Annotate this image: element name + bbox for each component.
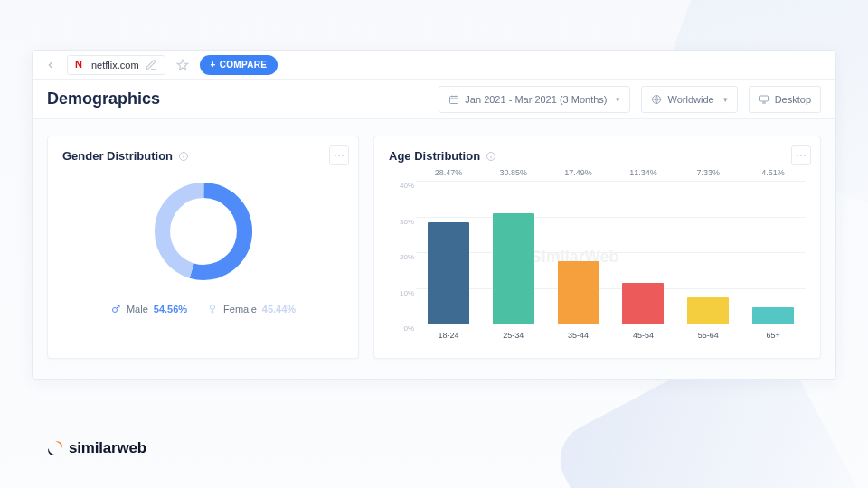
male-icon <box>110 304 121 314</box>
back-button[interactable] <box>42 56 60 74</box>
brand-logo: similarweb <box>47 439 146 457</box>
bar-col: 28.47% <box>416 181 481 324</box>
plus-icon: + <box>211 60 216 70</box>
edit-icon[interactable] <box>145 59 157 71</box>
cards-row: Gender Distribution ⋯ Male 54.56% <box>33 119 835 375</box>
bar-col: 11.34% <box>610 181 675 324</box>
bar-value-label: 17.49% <box>564 168 592 177</box>
legend-male: Male 54.56% <box>110 304 187 314</box>
gender-donut <box>149 177 258 286</box>
similarweb-logo-icon <box>47 440 63 456</box>
device-label: Desktop <box>775 94 811 105</box>
topbar: N netflix.com + COMPARE <box>33 51 835 80</box>
gender-chart: Male 54.56% Female 45.44% <box>62 172 344 314</box>
legend-female: Female 45.44% <box>207 304 296 314</box>
subbar: Demographics Jan 2021 - Mar 2021 (3 Mont… <box>33 80 835 119</box>
date-range-label: Jan 2021 - Mar 2021 (3 Months) <box>465 94 607 105</box>
age-card: Age Distribution ⋯ SimilarWeb 0%10%20%30… <box>373 136 821 359</box>
y-tick: 20% <box>389 253 414 261</box>
bar-value-label: 30.85% <box>499 168 527 177</box>
age-bars: 28.47%30.85%17.49%11.34%7.33%4.51% <box>416 181 806 324</box>
domain-chip[interactable]: N netflix.com <box>67 55 165 75</box>
grid-line <box>416 324 806 324</box>
male-label: Male <box>127 304 148 314</box>
brand-name: similarweb <box>69 439 146 457</box>
x-tick-label: 65+ <box>741 325 806 343</box>
bar <box>687 297 729 324</box>
age-x-axis: 18-2425-3435-4445-5455-6465+ <box>416 325 806 343</box>
male-value: 54.56% <box>154 304 187 314</box>
x-tick-label: 25-34 <box>481 325 546 343</box>
bar-value-label: 4.51% <box>761 168 785 177</box>
compare-button[interactable]: + COMPARE <box>200 55 278 75</box>
bar <box>752 307 794 324</box>
bar <box>558 261 599 324</box>
bar <box>428 222 469 324</box>
svg-rect-2 <box>760 96 768 101</box>
chevron-down-icon: ▾ <box>616 95 620 104</box>
globe-icon <box>651 94 662 105</box>
bar-col: 30.85% <box>481 181 546 324</box>
page-title: Demographics <box>47 89 428 108</box>
y-tick: 30% <box>389 217 414 225</box>
bar <box>622 283 664 324</box>
age-card-menu[interactable]: ⋯ <box>791 145 811 165</box>
x-tick-label: 55-64 <box>675 325 741 343</box>
monitor-icon <box>759 94 769 105</box>
bar-value-label: 28.47% <box>435 168 463 177</box>
favorite-button[interactable] <box>173 55 193 75</box>
age-y-axis: 0%10%20%30%40% <box>389 181 416 324</box>
y-tick: 40% <box>389 182 414 190</box>
y-tick: 10% <box>389 288 414 296</box>
date-range-filter[interactable]: Jan 2021 - Mar 2021 (3 Months) ▾ <box>439 86 630 113</box>
female-value: 45.44% <box>262 304 296 314</box>
gender-card: Gender Distribution ⋯ Male 54.56% <box>47 136 359 359</box>
bar-value-label: 7.33% <box>696 168 720 177</box>
y-tick: 0% <box>389 324 414 333</box>
svg-point-4 <box>112 308 117 313</box>
x-tick-label: 35-44 <box>546 325 611 343</box>
calendar-icon <box>448 94 459 105</box>
gender-legend: Male 54.56% Female 45.44% <box>110 300 296 314</box>
svg-rect-0 <box>450 96 458 103</box>
svg-point-5 <box>211 305 215 310</box>
info-icon[interactable] <box>178 151 189 162</box>
bar-col: 7.33% <box>675 181 741 324</box>
female-label: Female <box>223 304 257 314</box>
gender-card-title: Gender Distribution <box>62 149 173 163</box>
info-icon[interactable] <box>486 151 496 162</box>
age-chart: SimilarWeb 0%10%20%30%40% 28.47%30.85%17… <box>389 172 806 343</box>
region-label: Worldwide <box>667 94 713 105</box>
gender-card-menu[interactable]: ⋯ <box>329 145 349 165</box>
bar <box>493 213 534 324</box>
x-tick-label: 18-24 <box>416 325 481 343</box>
device-filter[interactable]: Desktop <box>749 86 821 113</box>
app-stage: N netflix.com + COMPARE Demographics Jan… <box>0 0 868 488</box>
female-icon <box>207 304 218 314</box>
compare-label: COMPARE <box>220 60 267 70</box>
region-filter[interactable]: Worldwide ▾ <box>641 86 737 113</box>
domain-label: netflix.com <box>91 60 139 70</box>
dashboard-window: N netflix.com + COMPARE Demographics Jan… <box>32 50 836 380</box>
bar-col: 17.49% <box>546 181 611 324</box>
age-card-title: Age Distribution <box>389 149 480 163</box>
chevron-down-icon: ▾ <box>723 95 728 104</box>
netflix-logo-icon: N <box>75 60 86 70</box>
bar-value-label: 11.34% <box>629 168 657 177</box>
age-plot-area: 28.47%30.85%17.49%11.34%7.33%4.51% <box>416 181 806 324</box>
bar-col: 4.51% <box>741 181 806 324</box>
x-tick-label: 45-54 <box>610 325 675 343</box>
